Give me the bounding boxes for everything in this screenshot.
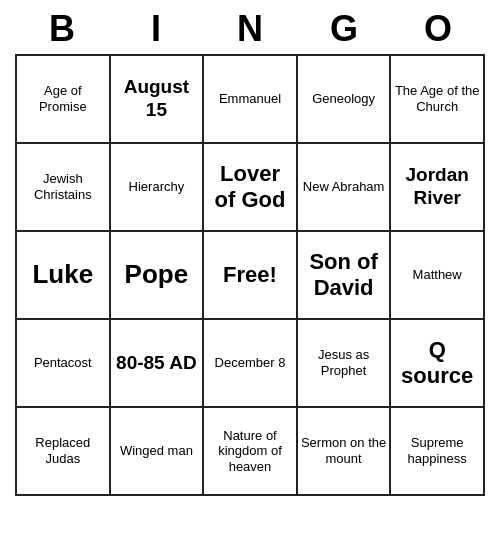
bingo-cell-24: Supreme happiness [391,408,485,496]
bingo-cell-11: Pope [111,232,205,320]
bingo-cell-2: Emmanuel [204,56,298,144]
letter-g: G [300,8,388,50]
letter-i: I [112,8,200,50]
bingo-cell-17: December 8 [204,320,298,408]
letter-n: N [206,8,294,50]
bingo-grid: Age of PromiseAugust 15EmmanuelGeneology… [15,54,485,496]
bingo-cell-9: Jordan River [391,144,485,232]
bingo-cell-20: Replaced Judas [17,408,111,496]
bingo-cell-13: Son of David [298,232,392,320]
bingo-cell-0: Age of Promise [17,56,111,144]
bingo-cell-18: Jesus as Prophet [298,320,392,408]
bingo-cell-16: 80-85 AD [111,320,205,408]
bingo-cell-21: Winged man [111,408,205,496]
bingo-header: B I N G O [15,0,485,54]
bingo-cell-1: August 15 [111,56,205,144]
letter-o: O [394,8,482,50]
bingo-cell-10: Luke [17,232,111,320]
bingo-cell-22: Nature of kingdom of heaven [204,408,298,496]
bingo-cell-6: Hierarchy [111,144,205,232]
bingo-cell-8: New Abraham [298,144,392,232]
bingo-cell-23: Sermon on the mount [298,408,392,496]
bingo-cell-5: Jewish Christains [17,144,111,232]
bingo-cell-19: Q source [391,320,485,408]
bingo-cell-15: Pentacost [17,320,111,408]
letter-b: B [18,8,106,50]
bingo-cell-12: Free! [204,232,298,320]
bingo-cell-3: Geneology [298,56,392,144]
bingo-cell-14: Matthew [391,232,485,320]
bingo-cell-4: The Age of the Church [391,56,485,144]
bingo-cell-7: Lover of God [204,144,298,232]
